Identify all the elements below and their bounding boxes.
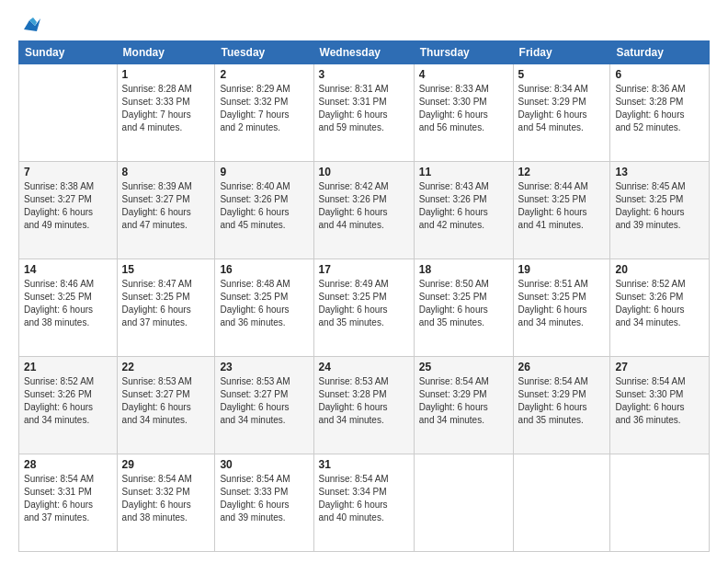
day-number: 16 xyxy=(220,263,308,276)
calendar-cell: 17Sunrise: 8:49 AM Sunset: 3:25 PM Dayli… xyxy=(313,259,414,357)
calendar-row: 21Sunrise: 8:52 AM Sunset: 3:26 PM Dayli… xyxy=(19,357,710,454)
calendar-cell: 21Sunrise: 8:52 AM Sunset: 3:26 PM Dayli… xyxy=(19,357,118,454)
day-info: Sunrise: 8:52 AM Sunset: 3:26 PM Dayligh… xyxy=(24,375,112,427)
day-info: Sunrise: 8:54 AM Sunset: 3:29 PM Dayligh… xyxy=(518,375,606,427)
day-info: Sunrise: 8:45 AM Sunset: 3:25 PM Dayligh… xyxy=(615,180,704,232)
day-number: 31 xyxy=(319,458,409,471)
calendar-cell xyxy=(513,454,610,552)
day-info: Sunrise: 8:53 AM Sunset: 3:28 PM Dayligh… xyxy=(319,375,409,427)
day-info: Sunrise: 8:31 AM Sunset: 3:31 PM Dayligh… xyxy=(319,83,409,134)
day-number: 6 xyxy=(615,68,704,81)
calendar-cell: 26Sunrise: 8:54 AM Sunset: 3:29 PM Dayli… xyxy=(513,357,610,454)
day-info: Sunrise: 8:54 AM Sunset: 3:33 PM Dayligh… xyxy=(220,473,308,524)
calendar-cell: 4Sunrise: 8:33 AM Sunset: 3:30 PM Daylig… xyxy=(414,64,513,162)
calendar-cell: 22Sunrise: 8:53 AM Sunset: 3:27 PM Dayli… xyxy=(117,357,215,454)
calendar-cell: 11Sunrise: 8:43 AM Sunset: 3:26 PM Dayli… xyxy=(414,162,513,259)
day-info: Sunrise: 8:48 AM Sunset: 3:25 PM Dayligh… xyxy=(220,278,308,329)
calendar-row: 14Sunrise: 8:46 AM Sunset: 3:25 PM Dayli… xyxy=(19,259,710,357)
logo-bird-icon xyxy=(20,17,40,33)
day-number: 2 xyxy=(220,68,308,81)
logo xyxy=(18,17,40,33)
calendar-cell: 1Sunrise: 8:28 AM Sunset: 3:33 PM Daylig… xyxy=(117,64,215,162)
day-info: Sunrise: 8:49 AM Sunset: 3:25 PM Dayligh… xyxy=(319,278,409,329)
day-number: 13 xyxy=(615,166,704,178)
day-info: Sunrise: 8:36 AM Sunset: 3:28 PM Dayligh… xyxy=(615,83,704,134)
day-info: Sunrise: 8:39 AM Sunset: 3:27 PM Dayligh… xyxy=(122,180,210,232)
calendar-header-cell: Tuesday xyxy=(215,41,313,64)
calendar-cell: 18Sunrise: 8:50 AM Sunset: 3:25 PM Dayli… xyxy=(414,259,513,357)
day-number: 4 xyxy=(419,68,508,81)
calendar-cell: 12Sunrise: 8:44 AM Sunset: 3:25 PM Dayli… xyxy=(513,162,610,259)
day-info: Sunrise: 8:54 AM Sunset: 3:30 PM Dayligh… xyxy=(615,375,704,427)
day-number: 3 xyxy=(319,68,409,81)
calendar-cell: 28Sunrise: 8:54 AM Sunset: 3:31 PM Dayli… xyxy=(19,454,118,552)
calendar-header-cell: Friday xyxy=(513,41,610,64)
day-number: 20 xyxy=(615,263,704,276)
calendar-cell: 6Sunrise: 8:36 AM Sunset: 3:28 PM Daylig… xyxy=(610,64,710,162)
day-number: 26 xyxy=(518,361,606,373)
calendar-cell xyxy=(19,64,118,162)
day-number: 15 xyxy=(122,263,210,276)
day-number: 9 xyxy=(220,166,308,178)
day-number: 24 xyxy=(319,361,409,373)
day-number: 1 xyxy=(122,68,210,81)
day-number: 28 xyxy=(24,458,112,471)
calendar-cell: 30Sunrise: 8:54 AM Sunset: 3:33 PM Dayli… xyxy=(215,454,313,552)
day-number: 10 xyxy=(319,166,409,178)
day-info: Sunrise: 8:40 AM Sunset: 3:26 PM Dayligh… xyxy=(220,180,308,232)
day-info: Sunrise: 8:50 AM Sunset: 3:25 PM Dayligh… xyxy=(419,278,508,329)
calendar-cell: 20Sunrise: 8:52 AM Sunset: 3:26 PM Dayli… xyxy=(610,259,710,357)
calendar-body: 1Sunrise: 8:28 AM Sunset: 3:33 PM Daylig… xyxy=(19,64,710,552)
day-info: Sunrise: 8:51 AM Sunset: 3:25 PM Dayligh… xyxy=(518,278,606,329)
calendar-row: 1Sunrise: 8:28 AM Sunset: 3:33 PM Daylig… xyxy=(19,64,710,162)
day-number: 8 xyxy=(122,166,210,178)
day-number: 18 xyxy=(419,263,508,276)
day-info: Sunrise: 8:43 AM Sunset: 3:26 PM Dayligh… xyxy=(419,180,508,232)
day-info: Sunrise: 8:34 AM Sunset: 3:29 PM Dayligh… xyxy=(518,83,606,134)
day-number: 25 xyxy=(419,361,508,373)
day-info: Sunrise: 8:54 AM Sunset: 3:34 PM Dayligh… xyxy=(319,473,409,524)
day-info: Sunrise: 8:28 AM Sunset: 3:33 PM Dayligh… xyxy=(122,83,210,134)
day-info: Sunrise: 8:53 AM Sunset: 3:27 PM Dayligh… xyxy=(220,375,308,427)
calendar-row: 28Sunrise: 8:54 AM Sunset: 3:31 PM Dayli… xyxy=(19,454,710,552)
calendar-cell: 10Sunrise: 8:42 AM Sunset: 3:26 PM Dayli… xyxy=(313,162,414,259)
calendar-header-cell: Monday xyxy=(117,41,215,64)
day-info: Sunrise: 8:44 AM Sunset: 3:25 PM Dayligh… xyxy=(518,180,606,232)
calendar-cell: 15Sunrise: 8:47 AM Sunset: 3:25 PM Dayli… xyxy=(117,259,215,357)
day-number: 27 xyxy=(615,361,704,373)
day-info: Sunrise: 8:42 AM Sunset: 3:26 PM Dayligh… xyxy=(319,180,409,232)
calendar-cell xyxy=(610,454,710,552)
day-number: 12 xyxy=(518,166,606,178)
day-number: 7 xyxy=(24,166,112,178)
calendar-header-row: SundayMondayTuesdayWednesdayThursdayFrid… xyxy=(19,41,710,64)
calendar-cell: 8Sunrise: 8:39 AM Sunset: 3:27 PM Daylig… xyxy=(117,162,215,259)
calendar-cell: 24Sunrise: 8:53 AM Sunset: 3:28 PM Dayli… xyxy=(313,357,414,454)
calendar-cell xyxy=(414,454,513,552)
calendar-cell: 27Sunrise: 8:54 AM Sunset: 3:30 PM Dayli… xyxy=(610,357,710,454)
header xyxy=(18,17,710,33)
calendar-cell: 3Sunrise: 8:31 AM Sunset: 3:31 PM Daylig… xyxy=(313,64,414,162)
calendar-cell: 5Sunrise: 8:34 AM Sunset: 3:29 PM Daylig… xyxy=(513,64,610,162)
day-number: 19 xyxy=(518,263,606,276)
calendar-cell: 14Sunrise: 8:46 AM Sunset: 3:25 PM Dayli… xyxy=(19,259,118,357)
day-number: 22 xyxy=(122,361,210,373)
day-info: Sunrise: 8:29 AM Sunset: 3:32 PM Dayligh… xyxy=(220,83,308,134)
calendar-cell: 7Sunrise: 8:38 AM Sunset: 3:27 PM Daylig… xyxy=(19,162,118,259)
day-number: 29 xyxy=(122,458,210,471)
day-number: 30 xyxy=(220,458,308,471)
day-info: Sunrise: 8:53 AM Sunset: 3:27 PM Dayligh… xyxy=(122,375,210,427)
day-info: Sunrise: 8:46 AM Sunset: 3:25 PM Dayligh… xyxy=(24,278,112,329)
calendar-header-cell: Thursday xyxy=(414,41,513,64)
calendar-cell: 9Sunrise: 8:40 AM Sunset: 3:26 PM Daylig… xyxy=(215,162,313,259)
calendar-cell: 25Sunrise: 8:54 AM Sunset: 3:29 PM Dayli… xyxy=(414,357,513,454)
day-info: Sunrise: 8:33 AM Sunset: 3:30 PM Dayligh… xyxy=(419,83,508,134)
day-info: Sunrise: 8:54 AM Sunset: 3:31 PM Dayligh… xyxy=(24,473,112,524)
day-number: 11 xyxy=(419,166,508,178)
page: SundayMondayTuesdayWednesdayThursdayFrid… xyxy=(0,0,728,563)
calendar-cell: 19Sunrise: 8:51 AM Sunset: 3:25 PM Dayli… xyxy=(513,259,610,357)
day-number: 14 xyxy=(24,263,112,276)
day-number: 23 xyxy=(220,361,308,373)
calendar-row: 7Sunrise: 8:38 AM Sunset: 3:27 PM Daylig… xyxy=(19,162,710,259)
calendar-header-cell: Sunday xyxy=(19,41,118,64)
calendar-cell: 29Sunrise: 8:54 AM Sunset: 3:32 PM Dayli… xyxy=(117,454,215,552)
